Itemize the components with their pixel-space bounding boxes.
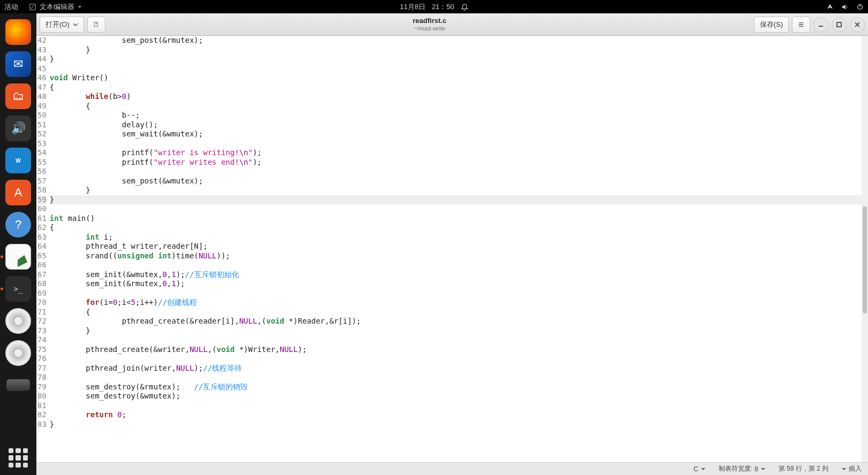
top-panel: 活动 文本编辑器 11月8日 21：50 [0, 0, 868, 13]
power-icon[interactable] [856, 3, 864, 11]
statusbar: C 制表符宽度: 8 第 59 行，第 2 列 插入 [36, 462, 868, 475]
scrollbar-thumb[interactable] [863, 206, 867, 313]
new-document-icon [93, 20, 100, 29]
firefox-icon [5, 19, 31, 45]
dock-terminal[interactable] [4, 274, 33, 303]
dock-keyboard[interactable] [4, 371, 33, 400]
maximize-icon [836, 21, 842, 28]
filepath-label: ~/read-write [109, 25, 751, 32]
dock-firefox[interactable] [4, 18, 33, 47]
gedit-window: 打开(O) readfirst.c ~/read-write 保存(S) 424… [36, 13, 868, 475]
current-app-indicator[interactable]: 文本编辑器 [29, 2, 82, 12]
dock-disc-2[interactable] [4, 339, 33, 367]
hamburger-icon [798, 21, 804, 28]
dock-disc-1[interactable] [4, 307, 33, 335]
dock: ✉ 🗂 🔊 W A ? [0, 13, 36, 475]
line-number-gutter: 4243444546474849505152535455565758596061… [36, 36, 50, 462]
vertical-scrollbar[interactable] [862, 36, 868, 462]
dock-files[interactable]: 🗂 [4, 82, 33, 111]
volume-icon[interactable] [841, 3, 849, 11]
maximize-button[interactable] [832, 17, 847, 32]
text-editor-icon [5, 244, 31, 270]
save-button[interactable]: 保存(S) [754, 17, 789, 33]
code-content[interactable]: sem_post(&rmutex); }}void Writer(){ whil… [50, 36, 868, 462]
gedit-app-icon [29, 3, 36, 11]
filename-label: readfirst.c [109, 17, 751, 25]
dock-help[interactable]: ? [4, 210, 33, 239]
chevron-down-icon [701, 466, 706, 472]
dock-software[interactable]: A [4, 178, 33, 207]
tabwidth-value: 8 [755, 465, 758, 473]
terminal-icon [5, 276, 31, 302]
hamburger-menu-button[interactable] [792, 17, 810, 33]
notification-bell-icon[interactable] [461, 3, 468, 11]
chevron-down-icon [73, 22, 78, 27]
svg-rect-5 [837, 22, 841, 27]
help-icon: ? [5, 212, 31, 238]
writer-icon: W [5, 148, 31, 173]
close-button[interactable] [850, 17, 865, 32]
dock-rhythmbox[interactable]: 🔊 [4, 114, 33, 143]
shopping-bag-icon: A [5, 180, 31, 205]
disc-icon [5, 308, 31, 334]
chevron-down-icon [841, 466, 847, 472]
current-app-name: 文本编辑器 [40, 2, 74, 12]
panel-time[interactable]: 21：50 [432, 2, 454, 12]
insert-mode-selector[interactable]: 插入 [841, 464, 862, 473]
dock-gedit[interactable] [4, 242, 33, 271]
show-applications-button[interactable] [9, 448, 28, 468]
language-label: C [694, 465, 698, 473]
speaker-icon: 🔊 [5, 116, 31, 141]
new-tab-button[interactable] [87, 17, 105, 33]
close-icon [854, 21, 861, 28]
files-icon: 🗂 [5, 83, 31, 109]
network-icon[interactable] [826, 3, 834, 11]
dock-libreoffice-writer[interactable]: W [4, 146, 33, 175]
panel-date[interactable]: 11月8日 [400, 2, 425, 12]
dock-thunderbird[interactable]: ✉ [4, 50, 33, 79]
insert-mode-label: 插入 [849, 464, 862, 473]
editor-area[interactable]: 4243444546474849505152535455565758596061… [36, 36, 868, 462]
language-selector[interactable]: C [694, 465, 706, 473]
disc-icon [5, 340, 31, 366]
open-button[interactable]: 打开(O) [40, 17, 84, 33]
tabwidth-selector[interactable]: 制表符宽度: 8 [719, 464, 766, 473]
tabwidth-label: 制表符宽度: [719, 464, 752, 473]
svg-rect-3 [94, 22, 97, 26]
thunderbird-icon: ✉ [5, 51, 31, 77]
minimize-button[interactable] [813, 17, 828, 32]
chevron-down-icon [78, 5, 82, 9]
headerbar: 打开(O) readfirst.c ~/read-write 保存(S) [36, 13, 868, 36]
title-area: readfirst.c ~/read-write [109, 17, 751, 32]
activities-button[interactable]: 活动 [4, 2, 18, 12]
cursor-position: 第 59 行，第 2 列 [779, 464, 828, 473]
open-button-label: 打开(O) [45, 20, 70, 29]
chevron-down-icon [760, 466, 766, 472]
minimize-icon [818, 21, 824, 28]
keyboard-icon [6, 379, 30, 391]
